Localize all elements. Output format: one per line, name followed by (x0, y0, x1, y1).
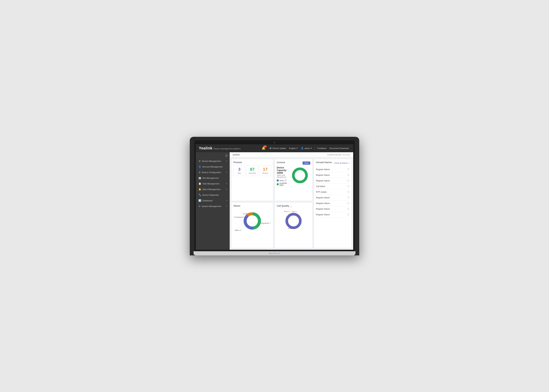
breadcrumb: yealink (233, 153, 240, 156)
offline-label: Offline: 8 (235, 229, 241, 231)
sidebar-item-label: Device Diagnostic (202, 194, 219, 196)
device-update-label: Device Update (272, 147, 286, 149)
macbook-label: MacBook (269, 252, 280, 254)
site-stat: 3 Site (233, 165, 245, 176)
alarm-list-item: Call failedⓘ (316, 184, 349, 189)
sidebar-item-dashboard[interactable]: 📊 Dashboard ▾ (196, 198, 230, 203)
device-mgmt-icon: 🖥 (198, 160, 201, 162)
check-all-link[interactable]: Check all alarms > (334, 162, 349, 164)
account-mgmt-icon: 👤 (198, 165, 201, 168)
language-label: English (289, 147, 296, 149)
preview-title: Preview (233, 161, 271, 164)
license-info: Device Capacity: 10000 Valid until: 2019… (277, 166, 289, 186)
version-text: Current Version: 3.1.0.11 (327, 154, 350, 156)
expand-arrow-icon: ▾ (226, 182, 227, 185)
call-quality-card: Call Quality ⓘ (275, 203, 312, 248)
alarm-text: Register failure (316, 174, 330, 176)
available-label: available: 9983 (279, 182, 289, 186)
preview-card: Preview 3 Site 87 Account (232, 159, 273, 201)
admin-label: admin (304, 147, 310, 149)
laptop-base: MacBook (194, 251, 355, 255)
alarm-text: RTP violate (316, 191, 326, 193)
alarm-list-item: Register failureⓘ (316, 212, 349, 217)
view-button[interactable]: View (303, 161, 310, 165)
license-donut (291, 167, 310, 186)
status-chart-area: Invalid: 0 Unregistered: 2 Registered: 7… (233, 209, 271, 233)
sidebar-item-label: Account Management (202, 166, 223, 168)
call-quality-title: Call Quality (277, 204, 289, 207)
notification-bell[interactable]: 🔔 17 (262, 147, 266, 150)
language-selector[interactable]: English ▾ (288, 144, 299, 152)
sidebar-toggle[interactable]: ☰ (196, 153, 230, 158)
site-mgmt-icon: 🏢 (198, 177, 201, 179)
alarm-info-icon[interactable]: ⓘ (347, 196, 349, 199)
alarm-info-icon[interactable]: ⓘ (347, 185, 349, 188)
call-quality-header: Call Quality ⓘ (277, 204, 310, 209)
site-label: Site (236, 172, 243, 174)
license-donut-svg (291, 167, 308, 184)
alarm-info-icon[interactable]: ⓘ (347, 168, 349, 171)
legend-used: used: 17 (277, 180, 289, 182)
status-title: Status (233, 204, 271, 207)
license-title: License (277, 161, 285, 164)
good-label: Good: 32 (288, 228, 295, 229)
content-area: yealink Current Version: 3.1.0.11 Previe… (230, 152, 353, 250)
sidebar-item-system-management[interactable]: ⚙ System Management ▾ (196, 203, 230, 209)
admin-menu[interactable]: 👤 admin ▾ (299, 144, 313, 152)
monitor-icon: 🖥 (269, 147, 272, 150)
alarm-list-item: Register failureⓘ (316, 206, 349, 212)
sidebar-item-label: Dashboard (202, 199, 212, 202)
account-stat: 87 Account (246, 165, 258, 176)
sidebar-item-alarm-management[interactable]: 🔔 Alarm Management ▾ (196, 187, 230, 192)
info-icon[interactable]: ⓘ (290, 205, 292, 208)
legend-available: available: 9983 (277, 182, 289, 186)
available-dot (277, 183, 279, 185)
sidebar-item-device-management[interactable]: 🖥 Device Management ▾ (196, 158, 230, 164)
sidebar-item-site-management[interactable]: 🏢 Site Management (196, 175, 230, 181)
brand: Yealink Device management platform (199, 146, 241, 150)
alarm-info-icon[interactable]: ⓘ (347, 207, 349, 210)
license-capacity: Device Capacity: 10000 (277, 166, 289, 174)
sidebar-item-task-management[interactable]: 📋 Task Management ▾ (196, 181, 230, 187)
webcam (274, 142, 275, 143)
call-quality-chart-area: Poor: 0 Fair: 0 Good: 32 (277, 209, 310, 233)
device-update-nav[interactable]: 🖥 Device Update (268, 144, 288, 152)
content-header: yealink Current Version: 3.1.0.11 (230, 152, 353, 157)
used-label: used: 17 (279, 180, 287, 182)
call-quality-chart-wrapper: Poor: 0 Fair: 0 Good: 32 (278, 209, 309, 233)
alarm-info-icon[interactable]: ⓘ (347, 174, 349, 177)
language-arrow-icon: ▾ (296, 147, 298, 149)
system-mgmt-icon: ⚙ (198, 205, 201, 208)
status-chart-wrapper: Invalid: 0 Unregistered: 2 Registered: 7… (233, 209, 271, 233)
sidebar-item-device-diagnostic[interactable]: 🔧 Device Diagnostic (196, 192, 230, 198)
license-legend: used: 17 available: 9983 (277, 180, 289, 186)
alarm-info-icon[interactable]: ⓘ (347, 190, 349, 194)
feedback-nav[interactable]: Feedback (316, 144, 328, 152)
used-dot (277, 180, 279, 182)
sidebar-item-device-configuration[interactable]: 🖥 Device Configuration ▾ (196, 169, 230, 175)
expand-arrow-icon: ▾ (226, 160, 227, 162)
alarm-text: Register failure (316, 202, 330, 204)
alarm-info-icon[interactable]: ⓘ (347, 202, 349, 205)
registered-label: Registered: 7 (260, 222, 271, 224)
sidebar-item-label: Device Configuration (202, 171, 221, 174)
alarm-list-item: Register failureⓘ (316, 167, 349, 172)
alarm-info-icon[interactable]: ⓘ (347, 179, 349, 182)
admin-arrow-icon: ▾ (311, 147, 312, 149)
dashboard-icon: 📊 (198, 199, 201, 202)
document-download-nav[interactable]: Document Download (328, 144, 350, 152)
laptop-outer: Yealink Device management platform 🔔 17 … (190, 137, 359, 255)
brand-subtitle: Device management platform (213, 147, 241, 150)
sidebar-item-label: Task Management (202, 182, 219, 185)
alarm-info-icon[interactable]: ⓘ (347, 213, 349, 216)
sidebar-item-label: System Management (202, 205, 221, 207)
top-nav: Yealink Device management platform 🔔 17 … (196, 144, 353, 152)
hamburger-icon: ☰ (225, 154, 228, 157)
status-card: Status (232, 203, 273, 248)
invalid-label: Invalid: 0 (243, 213, 250, 215)
sidebar-item-label: Site Management (202, 177, 218, 179)
screen-border: Yealink Device management platform 🔔 17 … (194, 140, 355, 251)
fair-label: Fair: 0 (292, 210, 296, 212)
alarm-text: Register failure (316, 196, 330, 199)
sidebar-item-account-management[interactable]: 👤 Account Management (196, 164, 230, 169)
